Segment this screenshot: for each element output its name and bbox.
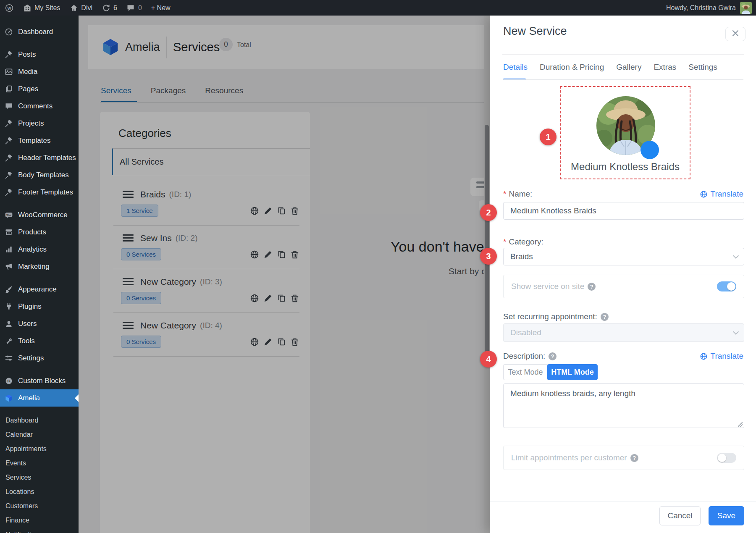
- sidebar-item-label: Tools: [18, 337, 35, 345]
- service-photo-dropzone[interactable]: Medium Knotless Braids: [560, 86, 690, 179]
- my-sites-menu[interactable]: My Sites: [18, 0, 65, 16]
- recurring-select[interactable]: Disabled: [503, 323, 744, 342]
- sidebar-item-media[interactable]: Media: [0, 63, 79, 80]
- close-icon: [732, 30, 738, 38]
- sidebar-item-settings[interactable]: Settings: [0, 349, 79, 367]
- admin-bar-account[interactable]: Howdy, Christina Gwira: [666, 2, 756, 14]
- sidebar-item-label: Header Templates: [18, 154, 76, 162]
- sidebar-item-tools[interactable]: Tools: [0, 332, 79, 349]
- sidebar-item-label: Marketing: [18, 263, 50, 271]
- screen: W My Sites Divi 6 0 +: [0, 0, 756, 533]
- submenu-item-locations[interactable]: Locations: [5, 485, 79, 499]
- help-icon[interactable]: ?: [630, 454, 638, 462]
- pin-icon: [4, 171, 13, 180]
- pages-icon: [4, 84, 13, 94]
- howdy-label: Howdy, Christina Gwira: [666, 4, 736, 12]
- sidebar-item-templates[interactable]: Templates: [0, 132, 79, 149]
- svg-text:Woo: Woo: [6, 213, 11, 216]
- sidebar-item-plugins[interactable]: Plugins: [0, 298, 79, 315]
- sidebar-item-label: Footer Templates: [18, 188, 73, 197]
- svg-text:G: G: [7, 379, 10, 383]
- sidebar-item-users[interactable]: Users: [0, 315, 79, 332]
- panel-tab-duration-pricing[interactable]: Duration & Pricing: [540, 63, 604, 72]
- annotation-badge-4: 4: [480, 351, 497, 368]
- text-mode-button[interactable]: Text Mode: [503, 364, 548, 380]
- sidebar-item-pages[interactable]: Pages: [0, 80, 79, 97]
- panel-header-divider: [502, 54, 744, 55]
- updates-menu[interactable]: 6: [97, 0, 122, 16]
- home-icon: [69, 3, 78, 12]
- sidebar-item-label: Users: [18, 320, 37, 328]
- sidebar-item-label: Pages: [18, 85, 38, 93]
- wp-logo-menu[interactable]: W: [0, 0, 18, 16]
- cancel-button[interactable]: Cancel: [659, 506, 701, 525]
- panel-tab-gallery[interactable]: Gallery: [616, 63, 641, 72]
- panel-tab-details[interactable]: Details: [503, 63, 528, 72]
- name-input[interactable]: [503, 202, 744, 220]
- photo-caption: Medium Knotless Braids: [561, 161, 690, 173]
- show-service-toggle[interactable]: [717, 281, 736, 291]
- pin-icon: [4, 188, 13, 197]
- save-button[interactable]: Save: [709, 506, 744, 525]
- submenu-item-appointments[interactable]: Appointments: [5, 442, 79, 456]
- site-name-label: Divi: [81, 4, 92, 12]
- sidebar-item-label: Dashboard: [18, 28, 53, 36]
- chevron-down-icon: [733, 329, 739, 335]
- sidebar-item-appearance[interactable]: Appearance: [0, 281, 79, 298]
- submenu-item-calendar[interactable]: Calendar: [5, 428, 79, 442]
- submenu-item-notifications[interactable]: Notifications: [5, 528, 79, 533]
- wp-admin-sidebar: Dashboard Posts Media Pages Comments Pro…: [0, 16, 79, 533]
- name-translate-button[interactable]: Translate: [700, 189, 744, 199]
- panel-tab-extras[interactable]: Extras: [654, 63, 676, 72]
- help-icon[interactable]: ?: [588, 283, 596, 291]
- description-translate-button[interactable]: Translate: [700, 352, 744, 361]
- category-select[interactable]: Braids: [503, 248, 744, 265]
- network-sites-icon: [23, 3, 32, 12]
- site-menu[interactable]: Divi: [65, 0, 97, 16]
- comments-menu[interactable]: 0: [122, 0, 147, 16]
- svg-text:W: W: [7, 6, 11, 10]
- sidebar-item-posts[interactable]: Posts: [0, 46, 79, 63]
- description-mode-switch: Text Mode HTML Mode: [503, 364, 598, 380]
- sidebar-item-dashboard[interactable]: Dashboard: [0, 23, 79, 40]
- sidebar-item-analytics[interactable]: Analytics: [0, 241, 79, 258]
- sidebar-item-header-templates[interactable]: Header Templates: [0, 149, 79, 166]
- html-mode-button[interactable]: HTML Mode: [547, 364, 598, 380]
- sidebar-item-body-templates[interactable]: Body Templates: [0, 166, 79, 184]
- panel-tab-border: [503, 79, 743, 80]
- sidebar-item-amelia[interactable]: Amelia: [0, 389, 79, 407]
- comment-count: 0: [138, 4, 142, 12]
- category-label-row: * Category:: [503, 237, 743, 247]
- required-asterisk: *: [503, 189, 506, 199]
- limit-toggle[interactable]: [717, 453, 736, 463]
- sidebar-item-products[interactable]: Products: [0, 223, 79, 241]
- category-label: Category:: [509, 237, 543, 247]
- sidebar-item-footer-templates[interactable]: Footer Templates: [0, 184, 79, 201]
- required-asterisk: *: [503, 237, 506, 247]
- submenu-item-customers[interactable]: Customers: [5, 499, 79, 513]
- panel-tab-settings[interactable]: Settings: [688, 63, 717, 72]
- sidebar-item-marketing[interactable]: Marketing: [0, 258, 79, 275]
- close-button[interactable]: [725, 27, 746, 41]
- sidebar-item-comments[interactable]: Comments: [0, 97, 79, 115]
- help-icon[interactable]: ?: [601, 313, 609, 321]
- sidebar-item-woocommerce[interactable]: Woo WooCommerce: [0, 206, 79, 223]
- submenu-item-finance[interactable]: Finance: [5, 513, 79, 528]
- toggle-knob: [718, 454, 726, 462]
- submenu-item-dashboard[interactable]: Dashboard: [5, 413, 79, 428]
- description-textarea[interactable]: [503, 383, 744, 428]
- help-icon[interactable]: ?: [549, 352, 556, 360]
- annotation-badge-2: 2: [480, 204, 497, 221]
- wp-admin-bar: W My Sites Divi 6 0 +: [0, 0, 756, 16]
- sidebar-item-label: Analytics: [18, 245, 47, 254]
- submenu-item-events[interactable]: Events: [5, 456, 79, 470]
- sidebar-item-label: Media: [18, 68, 37, 76]
- sidebar-item-label: Posts: [18, 50, 36, 59]
- sidebar-item-custom-blocks[interactable]: G Custom Blocks: [0, 372, 79, 389]
- translate-label: Translate: [711, 189, 744, 199]
- new-content-menu[interactable]: + New: [147, 0, 175, 16]
- photo-edit-button[interactable]: [640, 141, 659, 159]
- amelia-submenu: DashboardCalendarAppointmentsEventsServi…: [0, 407, 79, 533]
- sidebar-item-projects[interactable]: Projects: [0, 115, 79, 132]
- submenu-item-services[interactable]: Services: [5, 470, 79, 485]
